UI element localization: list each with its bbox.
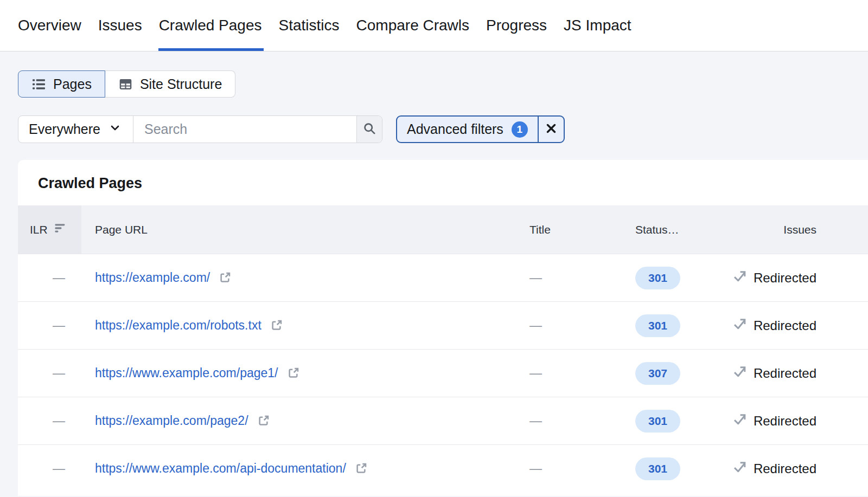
status-code-badge[interactable]: 301 — [635, 410, 680, 433]
page-url-link[interactable]: https://www.example.com/page1/ — [95, 366, 278, 380]
tab-statistics[interactable]: Statistics — [279, 0, 340, 51]
redirect-arrow-icon — [732, 317, 747, 334]
site-structure-view-label: Site Structure — [140, 76, 222, 92]
column-header-status-code[interactable]: Status Code — [604, 223, 699, 236]
search-scope-value: Everywhere — [29, 121, 100, 137]
pages-view-button[interactable]: Pages — [18, 70, 105, 98]
list-icon — [31, 77, 46, 92]
advanced-filters-count-badge: 1 — [512, 121, 528, 138]
status-code-badge[interactable]: 301 — [635, 457, 680, 480]
search-scope-dropdown[interactable]: Everywhere — [18, 116, 133, 143]
external-link-icon[interactable] — [270, 319, 283, 332]
table-row: — https://example.com/robots.txt — 301 — [18, 301, 868, 349]
tab-compare-crawls[interactable]: Compare Crawls — [356, 0, 470, 51]
ilr-value: — — [18, 414, 81, 428]
status-cell: 301 — [604, 410, 699, 433]
status-cell: 301 — [604, 267, 699, 289]
title-value: — — [509, 318, 604, 333]
issue-label[interactable]: Redirected — [754, 414, 816, 429]
issue-label[interactable]: Redirected — [754, 318, 816, 333]
external-link-icon[interactable] — [286, 366, 300, 380]
top-navigation: Overview Issues Crawled Pages Statistics… — [0, 0, 868, 51]
search-icon — [362, 121, 376, 137]
page-url-cell: https://example.com/ — [81, 270, 509, 285]
external-link-icon[interactable] — [257, 414, 270, 428]
advanced-filters-label: Advanced filters — [407, 121, 503, 137]
view-toggle: Pages Site Structure — [18, 70, 235, 98]
status-cell: 301 — [604, 314, 699, 337]
redirect-arrow-icon — [732, 269, 747, 287]
clear-filters-button[interactable] — [538, 117, 564, 142]
column-header-issues[interactable]: Issues — [699, 223, 868, 236]
page-url-link[interactable]: https://example.com/robots.txt — [95, 318, 261, 333]
redirect-arrow-icon — [732, 460, 747, 477]
site-structure-view-button[interactable]: Site Structure — [105, 70, 235, 98]
page-url-link[interactable]: https://example.com/page2/ — [95, 414, 248, 428]
search-input[interactable] — [133, 116, 356, 143]
page-url-cell: https://example.com/robots.txt — [81, 318, 509, 333]
issues-cell: Redirected — [699, 317, 868, 334]
table-row: — https://www.example.com/page1/ — 307 — [18, 349, 868, 397]
page-url-link[interactable]: https://www.example.com/api-documentatio… — [95, 461, 346, 476]
ilr-value: — — [18, 318, 81, 333]
close-icon — [544, 121, 558, 137]
page-url-cell: https://www.example.com/page1/ — [81, 366, 509, 380]
status-code-badge[interactable]: 307 — [635, 362, 680, 385]
pages-view-label: Pages — [53, 76, 92, 92]
external-link-icon[interactable] — [354, 462, 368, 475]
crawled-pages-card: Crawled Pages ILR Page URL Title Status … — [18, 160, 868, 496]
filter-row: Everywhere Advanced filters 1 — [18, 115, 868, 143]
table-grid-icon — [118, 77, 133, 92]
issue-label[interactable]: Redirected — [754, 461, 816, 476]
table-row: — https://example.com/ — 301 Redir — [18, 254, 868, 301]
page-url-link[interactable]: https://example.com/ — [95, 270, 210, 285]
issues-cell: Redirected — [699, 269, 868, 287]
page-url-cell: https://example.com/page2/ — [81, 414, 509, 428]
advanced-filters-group: Advanced filters 1 — [396, 115, 565, 143]
status-cell: 307 — [604, 362, 699, 385]
column-header-title[interactable]: Title — [509, 223, 604, 236]
tab-js-impact[interactable]: JS Impact — [564, 0, 631, 51]
ilr-value: — — [18, 366, 81, 380]
issues-cell: Redirected — [699, 364, 868, 382]
table-header: ILR Page URL Title Status Code Issues — [18, 205, 868, 254]
advanced-filters-button[interactable]: Advanced filters 1 — [397, 117, 538, 142]
page-url-cell: https://www.example.com/api-documentatio… — [81, 461, 509, 476]
tab-issues[interactable]: Issues — [98, 0, 142, 51]
redirect-arrow-icon — [732, 364, 747, 382]
ilr-value: — — [18, 461, 81, 476]
redirect-arrow-icon — [732, 412, 747, 430]
issues-cell: Redirected — [699, 460, 868, 477]
search-group: Everywhere — [18, 115, 382, 143]
title-value: — — [509, 461, 604, 476]
title-value: — — [509, 366, 604, 380]
issue-label[interactable]: Redirected — [754, 366, 816, 381]
column-header-ilr[interactable]: ILR — [18, 205, 81, 254]
table-row: — https://www.example.com/api-documentat… — [18, 444, 868, 492]
sort-descending-icon — [54, 222, 67, 237]
tab-progress[interactable]: Progress — [486, 0, 547, 51]
table-row: — https://example.com/page2/ — 301 — [18, 397, 868, 444]
tab-crawled-pages[interactable]: Crawled Pages — [159, 0, 262, 51]
title-value: — — [509, 414, 604, 428]
tab-overview[interactable]: Overview — [18, 0, 81, 51]
status-code-badge[interactable]: 301 — [635, 267, 680, 289]
title-value: — — [509, 270, 604, 285]
external-link-icon[interactable] — [218, 271, 232, 285]
card-title: Crawled Pages — [18, 160, 868, 205]
issues-cell: Redirected — [699, 412, 868, 430]
status-cell: 301 — [604, 457, 699, 480]
search-button[interactable] — [356, 116, 382, 143]
chevron-down-icon — [108, 121, 122, 138]
status-code-badge[interactable]: 301 — [635, 314, 680, 337]
column-header-page-url[interactable]: Page URL — [81, 223, 509, 236]
ilr-value: — — [18, 270, 81, 285]
issue-label[interactable]: Redirected — [754, 270, 816, 286]
